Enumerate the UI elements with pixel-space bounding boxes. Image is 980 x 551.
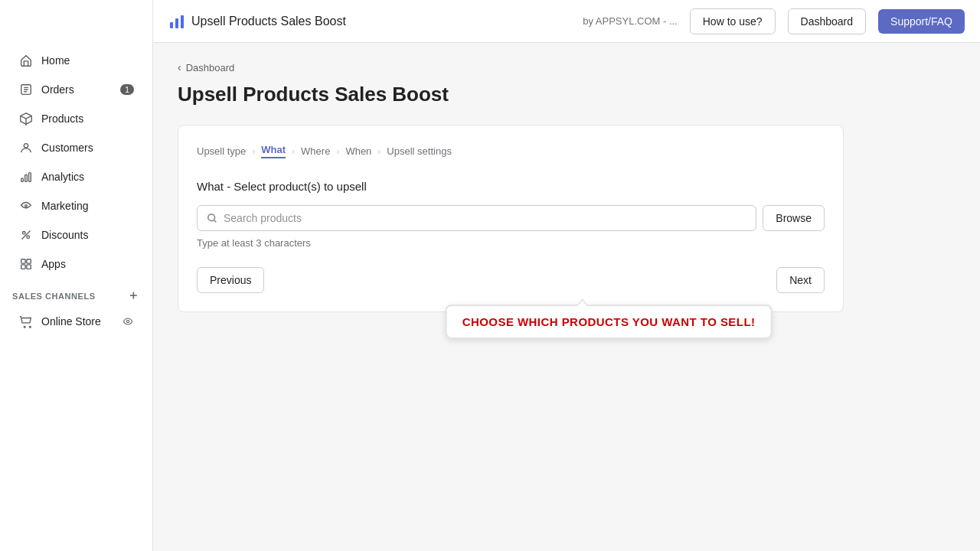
online-store-label: Online Store <box>41 315 101 328</box>
how-to-use-tab[interactable]: How to use? <box>690 8 776 34</box>
step-when[interactable]: When <box>345 145 371 157</box>
by-label: by APPSYL.COM - ... <box>583 15 678 27</box>
sidebar-item-home-label: Home <box>41 54 70 67</box>
search-input-wrapper <box>197 205 756 231</box>
sidebar-item-products-label: Products <box>41 112 83 125</box>
svg-rect-15 <box>181 15 184 28</box>
svg-rect-9 <box>27 259 31 263</box>
sidebar-item-apps[interactable]: Apps <box>6 250 146 278</box>
topbar-app-title: Upsell Products Sales Boost <box>191 15 346 28</box>
step-upsell-settings[interactable]: Upsell settings <box>387 145 452 157</box>
svg-rect-8 <box>21 259 25 263</box>
page-title: Upsell Products Sales Boost <box>178 83 956 106</box>
svg-point-7 <box>27 236 30 239</box>
step-where[interactable]: Where <box>301 145 330 157</box>
svg-rect-2 <box>21 178 24 182</box>
page-content: ‹ Dashboard Upsell Products Sales Boost … <box>153 43 980 551</box>
sidebar-item-apps-label: Apps <box>41 258 66 270</box>
step-upsell-type[interactable]: Upsell type <box>197 145 246 157</box>
app-title-area: Upsell Products Sales Boost <box>168 13 570 30</box>
sidebar-item-marketing[interactable]: Marketing <box>6 192 146 220</box>
dashboard-tab[interactable]: Dashboard <box>788 8 867 34</box>
sidebar-item-orders-label: Orders <box>41 83 74 96</box>
svg-rect-10 <box>21 265 25 269</box>
breadcrumb[interactable]: ‹ Dashboard <box>178 61 956 73</box>
tooltip-callout: CHOOSE WHICH PRODUCTS YOU WANT TO SELL! <box>446 305 773 339</box>
home-icon <box>18 53 34 68</box>
online-store-icon <box>18 314 34 329</box>
step-upsell-settings-label: Upsell settings <box>387 145 452 157</box>
what-section: What - Select product(s) to upsell Brows… <box>197 180 825 249</box>
sidebar-item-products[interactable]: Products <box>6 105 146 132</box>
wizard-footer: Previous Next CHOOSE WHICH PRODUCTS YOU … <box>197 267 825 293</box>
svg-rect-13 <box>170 22 173 28</box>
orders-badge: 1 <box>120 84 134 95</box>
sidebar: Home Orders 1 Products Customer <box>0 0 153 551</box>
step-chevron-4: › <box>377 146 381 157</box>
browse-button[interactable]: Browse <box>763 205 825 231</box>
svg-rect-3 <box>25 174 28 181</box>
previous-button[interactable]: Previous <box>197 267 264 293</box>
section-title: What - Select product(s) to upsell <box>197 180 825 193</box>
search-hint: Type at least 3 characters <box>197 237 825 249</box>
step-chevron-2: › <box>292 146 295 157</box>
products-icon <box>18 111 34 126</box>
breadcrumb-chevron-icon: ‹ <box>178 61 181 73</box>
customers-icon <box>18 140 34 155</box>
step-when-label: When <box>345 145 371 157</box>
marketing-icon <box>18 198 34 214</box>
analytics-icon <box>18 169 34 184</box>
svg-rect-11 <box>27 265 31 269</box>
svg-point-16 <box>208 214 215 221</box>
support-faq-button[interactable]: Support/FAQ <box>878 9 965 34</box>
svg-rect-14 <box>175 18 178 28</box>
apps-icon <box>18 256 34 272</box>
svg-point-6 <box>23 232 26 235</box>
orders-icon <box>18 82 34 97</box>
sidebar-item-discounts[interactable]: Discounts <box>6 221 146 249</box>
svg-point-1 <box>24 144 28 148</box>
svg-rect-4 <box>29 173 31 182</box>
sidebar-item-home[interactable]: Home <box>6 47 146 74</box>
sidebar-item-analytics-label: Analytics <box>41 171 84 183</box>
breadcrumb-label: Dashboard <box>186 62 235 73</box>
search-icon <box>207 213 217 223</box>
app-logo-icon <box>168 13 185 30</box>
step-tabs: Upsell type › What › Where › When › Upse… <box>197 144 825 158</box>
main-content: Upsell Products Sales Boost by APPSYL.CO… <box>153 0 980 551</box>
eye-icon[interactable] <box>122 315 134 328</box>
search-input[interactable] <box>224 212 746 224</box>
search-row: Browse <box>197 205 825 231</box>
next-button[interactable]: Next <box>776 267 825 293</box>
sidebar-item-customers-label: Customers <box>41 142 93 154</box>
sidebar-item-marketing-label: Marketing <box>41 200 88 212</box>
step-chevron-3: › <box>336 146 339 157</box>
step-upsell-type-label: Upsell type <box>197 145 246 157</box>
svg-point-12 <box>126 320 129 322</box>
step-what[interactable]: What <box>261 144 286 158</box>
step-chevron-1: › <box>252 146 255 157</box>
sidebar-item-orders[interactable]: Orders 1 <box>6 76 146 103</box>
svg-point-5 <box>25 205 28 207</box>
discounts-icon <box>18 227 34 243</box>
tooltip-text: CHOOSE WHICH PRODUCTS YOU WANT TO SELL! <box>462 315 756 328</box>
sales-channels-header: SALES CHANNELS ＋ <box>0 279 152 307</box>
sidebar-item-discounts-label: Discounts <box>41 229 88 241</box>
wizard-card: Upsell type › What › Where › When › Upse… <box>178 125 844 312</box>
step-what-label: What <box>261 144 286 155</box>
add-sales-channel-icon[interactable]: ＋ <box>127 288 140 304</box>
sidebar-item-online-store[interactable]: Online Store <box>6 308 146 335</box>
sidebar-item-customers[interactable]: Customers <box>6 134 146 161</box>
step-where-label: Where <box>301 145 330 157</box>
topbar: Upsell Products Sales Boost by APPSYL.CO… <box>153 0 980 43</box>
sidebar-item-analytics[interactable]: Analytics <box>6 163 146 191</box>
